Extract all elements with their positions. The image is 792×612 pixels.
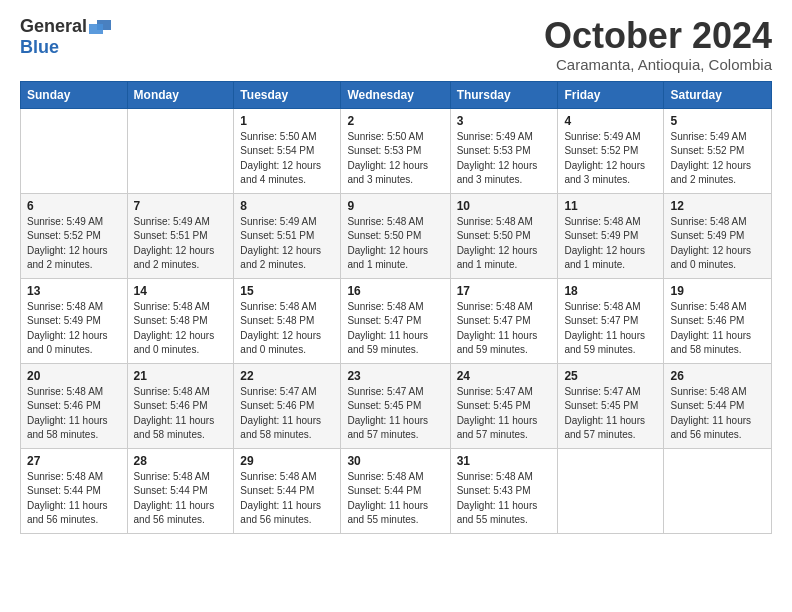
day-number: 1 [240, 114, 334, 128]
calendar-cell [127, 108, 234, 193]
day-number: 26 [670, 369, 765, 383]
day-number: 19 [670, 284, 765, 298]
day-info: Sunrise: 5:48 AM Sunset: 5:47 PM Dayligh… [564, 300, 657, 358]
day-number: 15 [240, 284, 334, 298]
day-number: 20 [27, 369, 121, 383]
day-info: Sunrise: 5:48 AM Sunset: 5:47 PM Dayligh… [347, 300, 443, 358]
day-info: Sunrise: 5:48 AM Sunset: 5:46 PM Dayligh… [670, 300, 765, 358]
calendar-cell: 17Sunrise: 5:48 AM Sunset: 5:47 PM Dayli… [450, 278, 558, 363]
calendar-cell: 6Sunrise: 5:49 AM Sunset: 5:52 PM Daylig… [21, 193, 128, 278]
calendar-cell: 14Sunrise: 5:48 AM Sunset: 5:48 PM Dayli… [127, 278, 234, 363]
calendar-cell: 2Sunrise: 5:50 AM Sunset: 5:53 PM Daylig… [341, 108, 450, 193]
day-info: Sunrise: 5:48 AM Sunset: 5:46 PM Dayligh… [134, 385, 228, 443]
calendar-week-2: 6Sunrise: 5:49 AM Sunset: 5:52 PM Daylig… [21, 193, 772, 278]
day-info: Sunrise: 5:47 AM Sunset: 5:45 PM Dayligh… [457, 385, 552, 443]
day-number: 5 [670, 114, 765, 128]
day-number: 25 [564, 369, 657, 383]
day-info: Sunrise: 5:48 AM Sunset: 5:44 PM Dayligh… [347, 470, 443, 528]
day-info: Sunrise: 5:49 AM Sunset: 5:51 PM Dayligh… [134, 215, 228, 273]
calendar-header-friday: Friday [558, 81, 664, 108]
day-info: Sunrise: 5:47 AM Sunset: 5:45 PM Dayligh… [564, 385, 657, 443]
location: Caramanta, Antioquia, Colombia [544, 56, 772, 73]
calendar-cell: 27Sunrise: 5:48 AM Sunset: 5:44 PM Dayli… [21, 448, 128, 533]
day-info: Sunrise: 5:48 AM Sunset: 5:44 PM Dayligh… [240, 470, 334, 528]
day-number: 29 [240, 454, 334, 468]
month-title: October 2024 [544, 16, 772, 56]
calendar-cell: 7Sunrise: 5:49 AM Sunset: 5:51 PM Daylig… [127, 193, 234, 278]
day-info: Sunrise: 5:48 AM Sunset: 5:49 PM Dayligh… [27, 300, 121, 358]
calendar-cell [664, 448, 772, 533]
calendar-cell: 5Sunrise: 5:49 AM Sunset: 5:52 PM Daylig… [664, 108, 772, 193]
day-info: Sunrise: 5:48 AM Sunset: 5:44 PM Dayligh… [134, 470, 228, 528]
calendar-header-saturday: Saturday [664, 81, 772, 108]
calendar-cell: 8Sunrise: 5:49 AM Sunset: 5:51 PM Daylig… [234, 193, 341, 278]
day-number: 14 [134, 284, 228, 298]
day-number: 28 [134, 454, 228, 468]
calendar-cell: 13Sunrise: 5:48 AM Sunset: 5:49 PM Dayli… [21, 278, 128, 363]
calendar-cell: 29Sunrise: 5:48 AM Sunset: 5:44 PM Dayli… [234, 448, 341, 533]
calendar-cell: 21Sunrise: 5:48 AM Sunset: 5:46 PM Dayli… [127, 363, 234, 448]
day-info: Sunrise: 5:48 AM Sunset: 5:44 PM Dayligh… [27, 470, 121, 528]
calendar-cell: 24Sunrise: 5:47 AM Sunset: 5:45 PM Dayli… [450, 363, 558, 448]
day-info: Sunrise: 5:50 AM Sunset: 5:54 PM Dayligh… [240, 130, 334, 188]
calendar-header-sunday: Sunday [21, 81, 128, 108]
day-number: 3 [457, 114, 552, 128]
day-number: 23 [347, 369, 443, 383]
calendar-cell: 19Sunrise: 5:48 AM Sunset: 5:46 PM Dayli… [664, 278, 772, 363]
day-info: Sunrise: 5:47 AM Sunset: 5:45 PM Dayligh… [347, 385, 443, 443]
day-info: Sunrise: 5:48 AM Sunset: 5:49 PM Dayligh… [670, 215, 765, 273]
day-number: 12 [670, 199, 765, 213]
day-number: 10 [457, 199, 552, 213]
day-number: 2 [347, 114, 443, 128]
day-info: Sunrise: 5:49 AM Sunset: 5:51 PM Dayligh… [240, 215, 334, 273]
day-number: 7 [134, 199, 228, 213]
day-number: 31 [457, 454, 552, 468]
day-number: 24 [457, 369, 552, 383]
calendar-cell: 18Sunrise: 5:48 AM Sunset: 5:47 PM Dayli… [558, 278, 664, 363]
title-section: October 2024 Caramanta, Antioquia, Colom… [544, 16, 772, 73]
day-number: 22 [240, 369, 334, 383]
calendar-header-wednesday: Wednesday [341, 81, 450, 108]
day-number: 21 [134, 369, 228, 383]
day-info: Sunrise: 5:48 AM Sunset: 5:44 PM Dayligh… [670, 385, 765, 443]
calendar-cell: 3Sunrise: 5:49 AM Sunset: 5:53 PM Daylig… [450, 108, 558, 193]
day-info: Sunrise: 5:49 AM Sunset: 5:53 PM Dayligh… [457, 130, 552, 188]
calendar-cell [558, 448, 664, 533]
calendar-cell: 15Sunrise: 5:48 AM Sunset: 5:48 PM Dayli… [234, 278, 341, 363]
calendar-cell: 25Sunrise: 5:47 AM Sunset: 5:45 PM Dayli… [558, 363, 664, 448]
day-info: Sunrise: 5:49 AM Sunset: 5:52 PM Dayligh… [670, 130, 765, 188]
logo-general-text: General [20, 16, 87, 37]
calendar-cell: 10Sunrise: 5:48 AM Sunset: 5:50 PM Dayli… [450, 193, 558, 278]
calendar-cell: 9Sunrise: 5:48 AM Sunset: 5:50 PM Daylig… [341, 193, 450, 278]
calendar-cell: 22Sunrise: 5:47 AM Sunset: 5:46 PM Dayli… [234, 363, 341, 448]
day-info: Sunrise: 5:48 AM Sunset: 5:50 PM Dayligh… [457, 215, 552, 273]
day-number: 30 [347, 454, 443, 468]
calendar-header-row: SundayMondayTuesdayWednesdayThursdayFrid… [21, 81, 772, 108]
day-info: Sunrise: 5:48 AM Sunset: 5:47 PM Dayligh… [457, 300, 552, 358]
calendar-cell: 4Sunrise: 5:49 AM Sunset: 5:52 PM Daylig… [558, 108, 664, 193]
day-info: Sunrise: 5:48 AM Sunset: 5:46 PM Dayligh… [27, 385, 121, 443]
day-number: 27 [27, 454, 121, 468]
calendar-cell: 20Sunrise: 5:48 AM Sunset: 5:46 PM Dayli… [21, 363, 128, 448]
day-number: 9 [347, 199, 443, 213]
calendar-cell: 31Sunrise: 5:48 AM Sunset: 5:43 PM Dayli… [450, 448, 558, 533]
day-number: 16 [347, 284, 443, 298]
calendar-week-5: 27Sunrise: 5:48 AM Sunset: 5:44 PM Dayli… [21, 448, 772, 533]
calendar-cell: 1Sunrise: 5:50 AM Sunset: 5:54 PM Daylig… [234, 108, 341, 193]
calendar-header-monday: Monday [127, 81, 234, 108]
logo-blue-text: Blue [20, 37, 59, 58]
day-number: 18 [564, 284, 657, 298]
day-info: Sunrise: 5:48 AM Sunset: 5:50 PM Dayligh… [347, 215, 443, 273]
calendar-cell: 12Sunrise: 5:48 AM Sunset: 5:49 PM Dayli… [664, 193, 772, 278]
calendar-header-tuesday: Tuesday [234, 81, 341, 108]
logo: General Blue [20, 16, 111, 58]
day-info: Sunrise: 5:48 AM Sunset: 5:48 PM Dayligh… [134, 300, 228, 358]
calendar-cell: 30Sunrise: 5:48 AM Sunset: 5:44 PM Dayli… [341, 448, 450, 533]
calendar-cell: 26Sunrise: 5:48 AM Sunset: 5:44 PM Dayli… [664, 363, 772, 448]
day-number: 13 [27, 284, 121, 298]
day-number: 17 [457, 284, 552, 298]
day-info: Sunrise: 5:50 AM Sunset: 5:53 PM Dayligh… [347, 130, 443, 188]
calendar-cell: 11Sunrise: 5:48 AM Sunset: 5:49 PM Dayli… [558, 193, 664, 278]
day-number: 6 [27, 199, 121, 213]
calendar-cell: 23Sunrise: 5:47 AM Sunset: 5:45 PM Dayli… [341, 363, 450, 448]
